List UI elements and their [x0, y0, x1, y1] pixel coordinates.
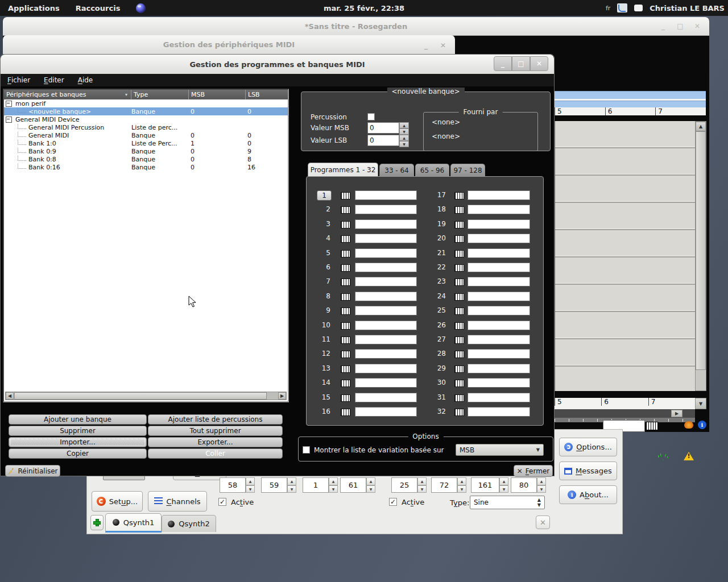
- qsynth-spinbox[interactable]: 1▲▼: [303, 477, 338, 493]
- program-name-input[interactable]: [355, 205, 417, 214]
- tree-row[interactable]: Bank 1:0Liste de Perc...10: [4, 139, 288, 147]
- minimize-icon[interactable]: _: [417, 39, 435, 52]
- qsynth-spinbox[interactable]: 59▲▼: [261, 477, 296, 493]
- tab-programs-65-96[interactable]: 65 - 96: [415, 164, 449, 176]
- variation-list-checkbox[interactable]: [303, 446, 310, 454]
- loop-ruler[interactable]: [555, 91, 706, 99]
- program-name-input[interactable]: [355, 378, 417, 388]
- program-number[interactable]: 30: [432, 379, 446, 386]
- program-name-input[interactable]: [355, 364, 417, 373]
- active-checkbox-2[interactable]: ✓: [389, 498, 397, 506]
- menu-editer[interactable]: Editer: [37, 74, 71, 86]
- spinbox-value[interactable]: 61: [340, 477, 366, 493]
- program-number[interactable]: 21: [432, 249, 446, 257]
- program-number[interactable]: 18: [432, 205, 446, 213]
- spinner-arrows[interactable]: ▲▼: [499, 477, 508, 493]
- scroll-left-icon[interactable]: ◀: [6, 392, 14, 400]
- tree-expander-icon[interactable]: [6, 117, 12, 123]
- clock[interactable]: mar. 25 févr., 22:38: [324, 4, 404, 13]
- spinbox-value[interactable]: 1: [303, 477, 329, 493]
- type-combobox[interactable]: Sine ▲▼: [470, 496, 545, 509]
- program-number[interactable]: 1: [317, 190, 332, 201]
- program-number[interactable]: 19: [432, 220, 446, 228]
- spinbox-value[interactable]: 58: [220, 477, 246, 493]
- close-icon[interactable]: ✕: [530, 56, 548, 71]
- vertical-scroll-thumb[interactable]: [696, 131, 706, 370]
- qsynth-spinbox[interactable]: 161▲▼: [471, 477, 508, 493]
- msb-spinner-arrows[interactable]: ▲▼: [399, 122, 409, 134]
- horizontal-scroll-thumb[interactable]: [14, 392, 267, 400]
- messages-button[interactable]: Messages: [559, 462, 617, 480]
- spin-down-icon[interactable]: ▼: [537, 485, 546, 493]
- program-name-input[interactable]: [468, 219, 530, 229]
- program-name-input[interactable]: [355, 306, 417, 315]
- spin-up-icon[interactable]: ▲: [329, 477, 338, 485]
- import-button[interactable]: Importer...: [9, 437, 147, 447]
- program-name-input[interactable]: [468, 393, 530, 402]
- minimize-icon[interactable]: _: [655, 19, 672, 33]
- program-name-input[interactable]: [355, 393, 417, 402]
- program-number[interactable]: 3: [317, 220, 330, 228]
- close-icon[interactable]: ✕: [689, 19, 706, 33]
- program-number[interactable]: 8: [317, 292, 330, 300]
- tree-row[interactable]: General MIDI Device: [4, 115, 288, 123]
- program-number[interactable]: 11: [317, 335, 330, 343]
- warning-icon[interactable]: [684, 452, 694, 460]
- tree-horizontal-scrollbar[interactable]: ◀ ▶: [5, 392, 287, 400]
- spin-down-icon[interactable]: ▼: [457, 485, 466, 493]
- program-number[interactable]: 5: [317, 249, 330, 257]
- program-number[interactable]: 2: [317, 205, 330, 213]
- spinner-arrows[interactable]: ▲▼: [246, 477, 255, 493]
- tablet-pen-icon[interactable]: [617, 3, 627, 13]
- program-name-input[interactable]: [468, 349, 530, 359]
- scroll-right-icon[interactable]: ▶: [671, 410, 682, 417]
- program-name-input[interactable]: [468, 292, 530, 301]
- tree-row[interactable]: <nouvelle banque>Banque00: [4, 107, 288, 115]
- spin-up-icon[interactable]: ▲: [537, 477, 546, 485]
- program-number[interactable]: 20: [432, 234, 446, 242]
- chat-bubble-icon[interactable]: [634, 5, 643, 11]
- paste-button[interactable]: Coller: [148, 448, 283, 459]
- track-horizontal-scrollbar[interactable]: ▶: [555, 409, 695, 418]
- copy-button[interactable]: Copier: [9, 448, 147, 459]
- maximize-icon[interactable]: □: [672, 19, 689, 33]
- program-name-input[interactable]: [355, 234, 417, 243]
- qsynth-spinbox[interactable]: 58▲▼: [220, 477, 255, 493]
- program-name-input[interactable]: [355, 190, 417, 200]
- remove-engine-button[interactable]: ✕: [536, 516, 550, 529]
- program-name-input[interactable]: [355, 263, 417, 272]
- tree-expander-icon[interactable]: [6, 101, 12, 107]
- channels-button[interactable]: Channels: [148, 491, 207, 512]
- program-name-input[interactable]: [355, 321, 417, 330]
- tree-row[interactable]: Bank 0:16Banque016: [4, 163, 288, 171]
- spin-up-icon[interactable]: ▲: [287, 477, 296, 485]
- qsynth-spinbox[interactable]: 25▲▼: [391, 477, 427, 493]
- program-number[interactable]: 17: [432, 191, 446, 199]
- reinitialize-button[interactable]: Réinitialiser: [5, 465, 60, 477]
- spin-up-icon[interactable]: ▲: [457, 477, 466, 485]
- program-number[interactable]: 27: [432, 335, 446, 343]
- about-button[interactable]: i About...: [559, 485, 617, 504]
- tree-row[interactable]: General MIDI PercussionListe de perc...: [4, 123, 288, 131]
- program-name-input[interactable]: [355, 277, 417, 286]
- export-button[interactable]: Exporter...: [148, 437, 283, 447]
- percussion-checkbox[interactable]: [367, 113, 375, 120]
- add-engine-button[interactable]: [90, 515, 104, 530]
- scroll-up-icon[interactable]: ▲: [696, 122, 706, 131]
- program-name-input[interactable]: [355, 349, 417, 359]
- program-name-input[interactable]: [468, 205, 530, 214]
- program-name-input[interactable]: [468, 306, 530, 315]
- spinner-arrows[interactable]: ▲▼: [537, 477, 546, 493]
- tree-row[interactable]: Bank 0:8Banque08: [4, 155, 288, 163]
- spin-down-icon[interactable]: ▼: [499, 485, 508, 493]
- lsb-spinbox[interactable]: 0: [367, 135, 399, 146]
- spinbox-value[interactable]: 59: [261, 477, 287, 493]
- spinner-arrows[interactable]: ▲▼: [366, 477, 375, 493]
- minimize-icon[interactable]: _: [494, 56, 512, 71]
- program-number[interactable]: 23: [432, 277, 446, 285]
- tab-programs-1-32[interactable]: Programmes 1 - 32: [308, 163, 378, 176]
- username[interactable]: Christian LE BARS: [650, 4, 725, 13]
- track-vertical-scrollbar[interactable]: ▲: [695, 121, 706, 391]
- spinbox-value[interactable]: 72: [431, 477, 457, 493]
- options-button[interactable]: Options...: [559, 438, 617, 456]
